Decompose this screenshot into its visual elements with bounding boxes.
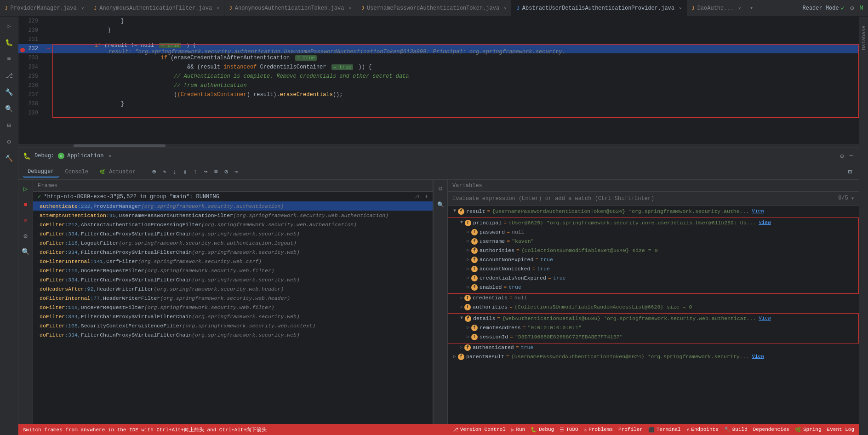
debug-close-btn[interactable]: ✕ xyxy=(108,153,111,160)
reader-mode-toggle[interactable]: Reader Mode ✓ xyxy=(803,4,845,12)
tab-abstract[interactable]: J AbstractUserDetailsAuthenticationProvi… xyxy=(512,0,687,17)
frame-item-6[interactable]: doFilterInternal :141, CsrfFilter (org.s… xyxy=(33,257,433,266)
wrench-sidebar-icon[interactable]: 🔧 xyxy=(4,86,15,97)
expand-parentresult[interactable]: ▷ xyxy=(451,354,458,359)
var-details[interactable]: ▼ f details = {WebAuthenticationDetails@… xyxy=(448,315,858,324)
version-control-btn[interactable]: ⎇ Version Control xyxy=(452,427,506,433)
expand-username[interactable]: ▷ xyxy=(465,238,471,244)
tab-anonymousfilter[interactable]: J AnonymousAuthenticationFilter.java ✕ xyxy=(89,0,224,17)
var-credentialsnonexpired[interactable]: ▷ f credentialsNonExpired = true xyxy=(448,274,858,283)
close-icon[interactable]: ✕ xyxy=(348,6,351,11)
var-principal[interactable]: ▼ f principal = {User@6625} *org.springf… xyxy=(448,219,858,228)
close-icon[interactable]: ✕ xyxy=(81,6,84,11)
settings-icon2[interactable]: ⚙ xyxy=(20,230,31,241)
expand-authorities[interactable]: ▷ xyxy=(465,247,471,253)
var-sessionid[interactable]: ▷ f sessionId = "D8D7196650E82688C72FEBA… xyxy=(448,333,858,342)
tab-usernamepassword[interactable]: J UsernamePasswordAuthenticationToken.ja… xyxy=(356,0,512,17)
var-enabled[interactable]: ▷ f enabled = true xyxy=(448,283,858,292)
step-into-btn[interactable]: ↓ xyxy=(171,167,179,177)
settings-gear-icon[interactable]: ⚙ xyxy=(839,151,845,161)
tab-overflow[interactable]: ▾ xyxy=(746,5,757,11)
settings-icon[interactable]: ⚙ xyxy=(850,4,854,12)
todo-btn[interactable]: ☰ TODO xyxy=(560,427,578,433)
expand-authed[interactable]: ▷ xyxy=(458,344,464,350)
var-authorities[interactable]: ▷ f authorities = {Collections$Unmodifia… xyxy=(448,246,858,256)
evaluate-btn[interactable]: ≡ xyxy=(211,167,220,177)
trace-current-btn[interactable]: ⊘ xyxy=(222,166,230,177)
var-credentials[interactable]: ▷ f credentials = null xyxy=(448,294,859,303)
copy-value-icon[interactable]: ⧉ xyxy=(435,183,446,195)
resume-icon[interactable]: ▷ xyxy=(20,183,31,195)
close-icon[interactable]: ✕ xyxy=(738,6,741,11)
frame-item-12[interactable]: doFilter :334, FilterChainProxy$VirtualF… xyxy=(33,312,433,321)
plugin-sidebar-icon[interactable]: ⊞ xyxy=(4,120,15,131)
spring-btn[interactable]: 🌿 Spring xyxy=(795,427,822,433)
frame-item-14[interactable]: doFilter :334, FilterChainProxy$VirtualF… xyxy=(33,330,433,339)
var-authenticated[interactable]: ▷ f authenticated = true xyxy=(448,343,859,353)
expand-sessionid[interactable]: ▷ xyxy=(465,334,471,339)
frame-item-8[interactable]: doFilter :334, FilterChainProxy$VirtualF… xyxy=(33,275,433,284)
frame-item-13[interactable]: doFilter :105, SecurityContextPersistenc… xyxy=(33,321,433,330)
wrench2-sidebar-icon[interactable]: 🔨 xyxy=(4,153,15,164)
var-accountnonlocked[interactable]: ▷ f accountNonLocked = true xyxy=(448,265,858,274)
expand-details[interactable]: ▼ xyxy=(458,315,465,321)
settings-sidebar-icon[interactable]: ⚙ xyxy=(4,136,15,147)
inspect-icon[interactable]: 🔍 xyxy=(435,199,446,210)
debug-sidebar-icon[interactable]: 🐛 xyxy=(4,37,15,48)
expand-remoteaddr[interactable]: ▷ xyxy=(465,325,471,330)
run-btn[interactable]: ▷ Run xyxy=(511,427,525,433)
expand-result[interactable]: ▼ xyxy=(451,208,458,213)
close-icon[interactable]: ✕ xyxy=(217,6,219,11)
frame-item-11[interactable]: doFilter :119, OncePerRequestFilter (org… xyxy=(33,303,433,312)
frame-item-9[interactable]: doHeadersAfter :92, HeaderWriterFilter (… xyxy=(33,284,433,293)
eval-expression-bar[interactable]: 0/5 ▾ xyxy=(448,192,859,206)
event-log-btn[interactable]: Event Log xyxy=(827,427,854,432)
tab-console[interactable]: Console xyxy=(61,167,93,177)
stop-debug-icon[interactable]: ■ xyxy=(20,199,31,210)
frame-item-4[interactable]: doFilter :116, LogoutFilter (org.springf… xyxy=(33,238,433,247)
var-view-parentresult[interactable]: View xyxy=(752,354,764,359)
var-view-details[interactable]: View xyxy=(759,315,771,321)
minimize-icon[interactable]: ─ xyxy=(849,151,854,160)
expand-cne[interactable]: ▷ xyxy=(465,275,471,280)
tab-actuator[interactable]: 🌿 Actuator xyxy=(95,167,140,177)
frame-item-7[interactable]: doFilter :119, OncePerRequestFilter (org… xyxy=(33,266,433,275)
frame-item-10[interactable]: doFilterInternal :77, HeaderWriterFilter… xyxy=(33,293,433,303)
problems-btn[interactable]: ⚠ Problems xyxy=(584,427,613,433)
thread-item[interactable]: ✓ *http-nio-8080-exec-3"@5,522 in group … xyxy=(33,192,433,201)
git-sidebar-icon[interactable]: ⎇ xyxy=(4,70,15,81)
search-sidebar-icon[interactable]: 🔍 xyxy=(4,103,15,114)
expand-rauth[interactable]: ▷ xyxy=(458,304,464,309)
var-view-principal[interactable]: View xyxy=(759,220,771,225)
restore-layout-btn[interactable]: ⊡ xyxy=(846,166,854,177)
var-password[interactable]: ▷ f password = null xyxy=(448,228,858,237)
build-btn[interactable]: 🔨 Build xyxy=(724,427,748,433)
add-watch-icon[interactable]: + xyxy=(425,194,428,200)
tab-anonymoustoken[interactable]: J AnonymousAuthenticationToken.java ✕ xyxy=(224,0,356,17)
debug-btn[interactable]: 🐛 Debug xyxy=(531,427,554,433)
h-scrollbar-thumb[interactable] xyxy=(74,144,166,147)
dependencies-btn[interactable]: Dependencies xyxy=(753,427,789,432)
mute-breakpoints-icon[interactable]: ⊘ xyxy=(20,215,31,226)
search-icon2[interactable]: 🔍 xyxy=(20,246,31,257)
frame-item-2[interactable]: doFilter :212, AbstractAuthenticationPro… xyxy=(33,220,433,229)
var-accountnonexpired[interactable]: ▷ f accountNonExpired = true xyxy=(448,256,858,265)
database-panel-label[interactable]: Database xyxy=(861,26,867,50)
frame-item-5[interactable]: doFilter :334, FilterChainProxy$VirtualF… xyxy=(33,247,433,257)
var-remoteaddress[interactable]: ▷ f remoteAddress = "0:0:0:0:0:0:0:1" xyxy=(448,324,858,333)
close-icon[interactable]: ✕ xyxy=(679,6,682,11)
step-out-btn[interactable]: ↑ xyxy=(191,167,200,177)
expand-acnl[interactable]: ▷ xyxy=(465,266,471,271)
frame-item-3[interactable]: doFilter :334, FilterChainProxy$VirtualF… xyxy=(33,229,433,238)
expand-principal[interactable]: ▼ xyxy=(458,220,465,225)
var-view-result[interactable]: View xyxy=(752,208,764,214)
show-execution-point-btn[interactable]: ⊕ xyxy=(150,166,158,177)
breakpoint-232[interactable] xyxy=(20,48,25,52)
more-options-btn[interactable]: ⋯ xyxy=(232,166,240,177)
terminal-btn[interactable]: ⬛ Terminal xyxy=(648,427,681,433)
var-result[interactable]: ▼ f result = {UsernamePasswordAuthentica… xyxy=(448,207,859,217)
step-over-btn[interactable]: ↷ xyxy=(160,166,168,177)
var-parentresult[interactable]: ▷ f parentResult = {UsernamePasswordAuth… xyxy=(448,353,859,362)
frame-item-1[interactable]: attemptAuthentication :95, UsernamePassw… xyxy=(33,211,433,220)
var-result-authorities[interactable]: ▷ f authorities = {Collections$Unmodifia… xyxy=(448,303,859,312)
